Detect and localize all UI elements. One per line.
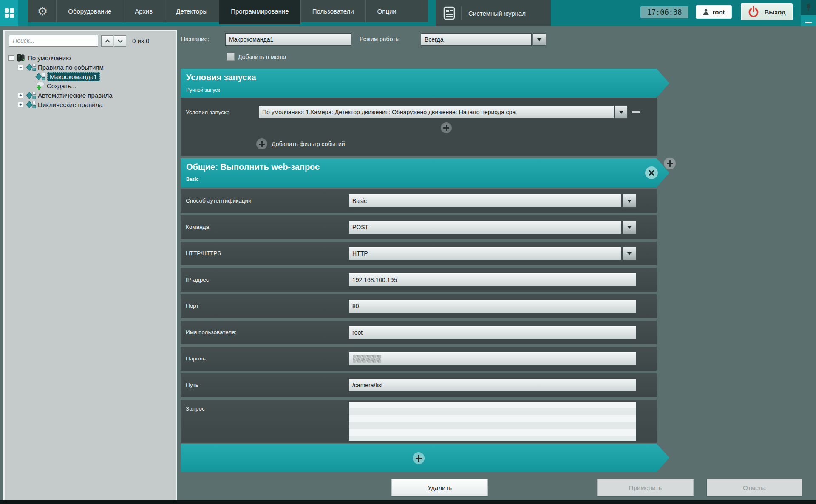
expand-toggle[interactable]: + <box>18 93 23 98</box>
server-icon <box>17 54 26 62</box>
macro-tree-sidebar: 0 из 0 − По умолчанию − <box>3 30 177 502</box>
form-row-path: Путь /camera/list <box>181 373 657 397</box>
minimize-panel-button[interactable] <box>801 15 816 26</box>
query-textarea[interactable] <box>348 401 636 441</box>
system-journal-label: Системный журнал <box>461 6 526 20</box>
search-next-button[interactable] <box>114 35 126 47</box>
delete-button[interactable]: Удалить <box>391 479 488 496</box>
collapse-toggle[interactable]: − <box>18 65 23 70</box>
tab-equipment[interactable]: Оборудование <box>56 0 123 22</box>
protocol-select[interactable]: HTTP <box>348 247 621 260</box>
dropdown-arrow-icon <box>619 111 623 116</box>
add-step-banner <box>181 444 669 472</box>
add-action-button[interactable] <box>664 158 676 169</box>
apply-button[interactable]: Применить <box>597 479 694 496</box>
remove-condition-button[interactable] <box>632 111 640 113</box>
app-menu-button[interactable] <box>0 0 18 26</box>
tab-programming[interactable]: Программирование <box>219 0 300 24</box>
condition-select-arrow[interactable] <box>615 105 628 119</box>
chevron-down-icon <box>118 39 123 43</box>
tree-item-create[interactable]: Создать... <box>5 81 176 90</box>
password-input[interactable] <box>348 352 636 366</box>
dropdown-arrow-icon <box>627 252 632 257</box>
path-input[interactable]: /camera/list <box>348 378 636 392</box>
password-label: Пароль: <box>186 355 207 362</box>
expand-toggle[interactable]: + <box>18 102 23 107</box>
mode-label: Режим работы <box>360 36 400 42</box>
tab-archive[interactable]: Архив <box>123 0 164 22</box>
cancel-button[interactable]: Отмена <box>707 479 802 496</box>
tree-item-macro1[interactable]: Макрокоманда1 <box>5 72 176 81</box>
form-row-username: Имя пользователя: root <box>181 321 657 344</box>
pin-icon <box>805 3 812 12</box>
macro-name-input[interactable] <box>225 33 351 46</box>
search-input[interactable] <box>9 35 98 47</box>
top-bar: ⚙ Оборудование Архив Детекторы Программи… <box>0 0 816 26</box>
add-step-button[interactable] <box>413 452 425 464</box>
application-window: ⚙ Оборудование Архив Детекторы Программи… <box>0 0 816 504</box>
form-row-password: Пароль: <box>181 347 657 371</box>
name-label: Название: <box>181 36 209 42</box>
auth-method-label: Способ аутентификации <box>186 197 251 204</box>
bottom-strip <box>0 500 816 504</box>
gear-icon[interactable]: ⚙ <box>37 6 48 17</box>
censored-password <box>353 355 381 363</box>
add-event-filter-button[interactable] <box>256 138 267 149</box>
search-prev-button[interactable] <box>101 35 113 47</box>
rule-node-icon <box>26 91 36 99</box>
collapse-toggle[interactable]: − <box>8 55 14 61</box>
tree-item-label: Автоматические правила <box>38 92 113 99</box>
remove-action-button[interactable] <box>645 166 658 179</box>
tab-detectors[interactable]: Детекторы <box>164 0 219 22</box>
system-journal-button[interactable]: Системный журнал <box>436 0 551 26</box>
rule-node-icon <box>35 73 45 81</box>
conditions-panel: Условия запуска По умолчанию: 1.Камера: … <box>181 98 657 156</box>
mode-select[interactable]: Всегда <box>421 33 532 46</box>
current-user-button[interactable]: root <box>696 5 732 19</box>
tree-item-label: По умолчанию <box>28 54 71 62</box>
add-to-menu-checkbox[interactable] <box>227 53 235 61</box>
port-label: Порт <box>186 303 199 309</box>
tree-item-event-rules[interactable]: − Правила по событиям <box>5 62 176 72</box>
command-select[interactable]: POST <box>348 220 621 234</box>
main-tab-bar: ⚙ Оборудование Архив Детекторы Программи… <box>28 0 428 22</box>
tree-item-label: Правила по событиям <box>38 64 104 71</box>
ip-label: IP-адрес <box>186 276 209 283</box>
action-subtitle: Basic <box>186 177 198 182</box>
tree-item-auto-rules[interactable]: + Автоматические правила <box>5 90 176 100</box>
tree-item-label: Циклические правила <box>38 101 103 108</box>
tab-options[interactable]: Опции <box>366 0 408 22</box>
journal-icon <box>443 6 455 20</box>
tab-users[interactable]: Пользователи <box>300 0 366 22</box>
path-label: Путь <box>186 382 198 388</box>
command-arrow[interactable] <box>623 220 636 234</box>
form-row-protocol: HTTP/HTTPS HTTP <box>181 242 657 265</box>
username-label: Имя пользователя: <box>186 329 236 335</box>
mode-select-arrow[interactable] <box>533 33 546 46</box>
auth-method-select[interactable]: Basic <box>348 194 621 208</box>
port-input[interactable]: 80 <box>348 299 636 313</box>
condition-select[interactable]: По умолчанию: 1.Камера: Детектор движени… <box>258 105 614 119</box>
dropdown-arrow-icon <box>627 226 632 231</box>
dropdown-arrow-icon <box>537 38 541 43</box>
tree-item-default-server[interactable]: − По умолчанию <box>5 53 176 62</box>
form-row-port: Порт 80 <box>181 294 657 318</box>
action-title: Общие: Выполнить web-запрос <box>186 162 320 172</box>
form-row-command: Команда POST <box>181 215 657 239</box>
macro-editor: Название: Режим работы Всегда Добавить в… <box>178 26 816 504</box>
rules-tree: − По умолчанию − <box>5 53 176 109</box>
search-result-counter: 0 из 0 <box>132 37 149 45</box>
add-condition-button[interactable] <box>441 122 452 133</box>
ip-address-input[interactable]: 192.168.100.195 <box>348 273 636 287</box>
auth-method-arrow[interactable] <box>623 194 636 208</box>
username-input[interactable]: root <box>348 326 636 339</box>
protocol-arrow[interactable] <box>623 247 636 260</box>
clock-display: 17:06:38 <box>640 6 688 18</box>
logout-button[interactable]: Выход <box>741 3 793 20</box>
add-to-menu-label: Добавить в меню <box>238 53 286 60</box>
pin-panel-button[interactable] <box>801 0 816 15</box>
user-name: root <box>712 8 725 16</box>
web-request-form: Способ аутентификации Basic Команда POST… <box>181 189 657 443</box>
action-header: Общие: Выполнить web-запрос Basic <box>181 158 669 187</box>
tree-item-cyclic-rules[interactable]: + Циклические правила <box>5 100 176 109</box>
